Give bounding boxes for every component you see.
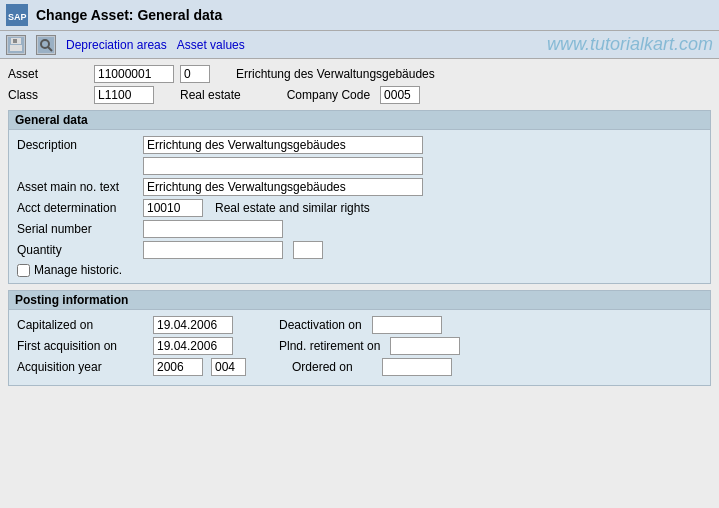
posting-info-content: Capitalized on Deactivation on First acq… [9, 310, 710, 385]
watermark: www.tutorialkart.com [547, 34, 713, 55]
company-code-label: Company Code [287, 88, 370, 102]
quantity-input[interactable] [143, 241, 283, 259]
capitalized-on-row: Capitalized on Deactivation on [17, 316, 702, 334]
general-data-header: General data [9, 111, 710, 130]
manage-historic-row: Manage historic. [17, 263, 702, 277]
quantity-row: Quantity [17, 241, 702, 259]
quantity-label: Quantity [17, 243, 137, 257]
serial-number-row: Serial number [17, 220, 702, 238]
toolbar: Depreciation areas Asset values www.tuto… [0, 31, 719, 59]
manage-historic-label: Manage historic. [34, 263, 122, 277]
company-code-input[interactable] [380, 86, 420, 104]
serial-number-label: Serial number [17, 222, 137, 236]
svg-rect-5 [10, 45, 22, 51]
capitalized-on-input[interactable] [153, 316, 233, 334]
first-acquisition-label: First acquisition on [17, 339, 147, 353]
description2-row [17, 157, 702, 175]
main-content: Asset Errichtung des Verwaltungsgebäudes… [0, 59, 719, 398]
asset-description: Errichtung des Verwaltungsgebäudes [236, 67, 435, 81]
asset-row: Asset Errichtung des Verwaltungsgebäudes [8, 65, 711, 83]
depreciation-areas-link[interactable]: Depreciation areas [66, 38, 167, 52]
acquisition-year-sub-input[interactable] [211, 358, 246, 376]
quantity-unit-input[interactable] [293, 241, 323, 259]
save-icon[interactable] [6, 35, 26, 55]
plnd-retirement-label: Plnd. retirement on [279, 339, 380, 353]
asset-main-no-row: Asset main no. text [17, 178, 702, 196]
ordered-on-input[interactable] [382, 358, 452, 376]
first-acquisition-input[interactable] [153, 337, 233, 355]
asset-label: Asset [8, 67, 88, 81]
description-input1[interactable] [143, 136, 423, 154]
description-input2[interactable] [143, 157, 423, 175]
posting-info-header: Posting information [9, 291, 710, 310]
class-input[interactable] [94, 86, 154, 104]
class-row: Class Real estate Company Code [8, 86, 711, 104]
asset-input[interactable] [94, 65, 174, 83]
deactivation-on-label: Deactivation on [279, 318, 362, 332]
acquisition-year-row: Acquisition year Ordered on [17, 358, 702, 376]
posting-info-section: Posting information Capitalized on Deact… [8, 290, 711, 386]
ordered-on-label: Ordered on [292, 360, 372, 374]
acct-determination-label: Acct determination [17, 201, 137, 215]
acquisition-year-label: Acquisition year [17, 360, 147, 374]
acct-determination-row: Acct determination Real estate and simil… [17, 199, 702, 217]
general-data-content: Description Asset main no. text Acct det… [9, 130, 710, 283]
acct-determination-text: Real estate and similar rights [215, 201, 370, 215]
manage-historic-checkbox[interactable] [17, 264, 30, 277]
general-data-section: General data Description Asset main no. … [8, 110, 711, 284]
capitalized-on-label: Capitalized on [17, 318, 147, 332]
real-estate-label: Real estate [180, 88, 241, 102]
plnd-retirement-input[interactable] [390, 337, 460, 355]
page-title: Change Asset: General data [36, 7, 222, 23]
find-icon[interactable] [36, 35, 56, 55]
description-row: Description [17, 136, 702, 154]
description-label: Description [17, 138, 137, 152]
asset-sub-input[interactable] [180, 65, 210, 83]
app-icon: SAP [6, 4, 28, 26]
class-label: Class [8, 88, 88, 102]
asset-values-link[interactable]: Asset values [177, 38, 245, 52]
acquisition-year-input[interactable] [153, 358, 203, 376]
deactivation-on-input[interactable] [372, 316, 442, 334]
asset-main-no-input[interactable] [143, 178, 423, 196]
title-bar: SAP Change Asset: General data [0, 0, 719, 31]
svg-rect-4 [13, 39, 17, 43]
first-acquisition-row: First acquisition on Plnd. retirement on [17, 337, 702, 355]
serial-number-input[interactable] [143, 220, 283, 238]
svg-text:SAP: SAP [8, 12, 27, 22]
asset-main-no-label: Asset main no. text [17, 180, 137, 194]
acct-determination-input[interactable] [143, 199, 203, 217]
